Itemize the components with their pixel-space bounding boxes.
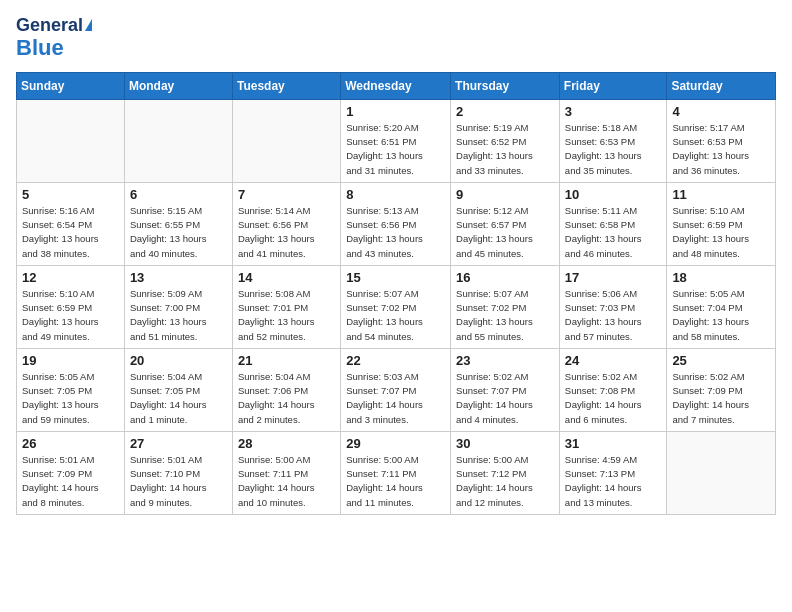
day-number: 30	[456, 436, 554, 451]
day-info: Sunrise: 5:11 AM Sunset: 6:58 PM Dayligh…	[565, 204, 662, 261]
day-number: 2	[456, 104, 554, 119]
column-header-monday: Monday	[124, 72, 232, 99]
calendar-week-row: 5Sunrise: 5:16 AM Sunset: 6:54 PM Daylig…	[17, 182, 776, 265]
day-number: 13	[130, 270, 227, 285]
calendar-day-12: 12Sunrise: 5:10 AM Sunset: 6:59 PM Dayli…	[17, 265, 125, 348]
day-info: Sunrise: 5:04 AM Sunset: 7:05 PM Dayligh…	[130, 370, 227, 427]
calendar-day-5: 5Sunrise: 5:16 AM Sunset: 6:54 PM Daylig…	[17, 182, 125, 265]
day-info: Sunrise: 4:59 AM Sunset: 7:13 PM Dayligh…	[565, 453, 662, 510]
day-number: 22	[346, 353, 445, 368]
calendar-day-28: 28Sunrise: 5:00 AM Sunset: 7:11 PM Dayli…	[232, 431, 340, 514]
calendar-header-row: SundayMondayTuesdayWednesdayThursdayFrid…	[17, 72, 776, 99]
day-number: 16	[456, 270, 554, 285]
day-info: Sunrise: 5:07 AM Sunset: 7:02 PM Dayligh…	[346, 287, 445, 344]
day-number: 26	[22, 436, 119, 451]
day-info: Sunrise: 5:10 AM Sunset: 6:59 PM Dayligh…	[22, 287, 119, 344]
calendar-day-empty	[232, 99, 340, 182]
calendar-day-empty	[667, 431, 776, 514]
column-header-friday: Friday	[559, 72, 667, 99]
day-number: 17	[565, 270, 662, 285]
day-info: Sunrise: 5:00 AM Sunset: 7:11 PM Dayligh…	[346, 453, 445, 510]
day-info: Sunrise: 5:02 AM Sunset: 7:08 PM Dayligh…	[565, 370, 662, 427]
column-header-saturday: Saturday	[667, 72, 776, 99]
calendar-day-1: 1Sunrise: 5:20 AM Sunset: 6:51 PM Daylig…	[341, 99, 451, 182]
day-number: 18	[672, 270, 770, 285]
calendar-day-2: 2Sunrise: 5:19 AM Sunset: 6:52 PM Daylig…	[451, 99, 560, 182]
logo-general: General	[16, 16, 92, 36]
calendar-day-31: 31Sunrise: 4:59 AM Sunset: 7:13 PM Dayli…	[559, 431, 667, 514]
calendar-week-row: 26Sunrise: 5:01 AM Sunset: 7:09 PM Dayli…	[17, 431, 776, 514]
day-info: Sunrise: 5:00 AM Sunset: 7:12 PM Dayligh…	[456, 453, 554, 510]
calendar-table: SundayMondayTuesdayWednesdayThursdayFrid…	[16, 72, 776, 515]
calendar-day-23: 23Sunrise: 5:02 AM Sunset: 7:07 PM Dayli…	[451, 348, 560, 431]
calendar-day-17: 17Sunrise: 5:06 AM Sunset: 7:03 PM Dayli…	[559, 265, 667, 348]
day-number: 9	[456, 187, 554, 202]
day-number: 11	[672, 187, 770, 202]
column-header-sunday: Sunday	[17, 72, 125, 99]
day-info: Sunrise: 5:20 AM Sunset: 6:51 PM Dayligh…	[346, 121, 445, 178]
day-info: Sunrise: 5:03 AM Sunset: 7:07 PM Dayligh…	[346, 370, 445, 427]
calendar-day-4: 4Sunrise: 5:17 AM Sunset: 6:53 PM Daylig…	[667, 99, 776, 182]
day-info: Sunrise: 5:17 AM Sunset: 6:53 PM Dayligh…	[672, 121, 770, 178]
day-number: 7	[238, 187, 335, 202]
calendar-day-24: 24Sunrise: 5:02 AM Sunset: 7:08 PM Dayli…	[559, 348, 667, 431]
calendar-day-26: 26Sunrise: 5:01 AM Sunset: 7:09 PM Dayli…	[17, 431, 125, 514]
day-number: 5	[22, 187, 119, 202]
column-header-tuesday: Tuesday	[232, 72, 340, 99]
day-info: Sunrise: 5:02 AM Sunset: 7:09 PM Dayligh…	[672, 370, 770, 427]
calendar-day-15: 15Sunrise: 5:07 AM Sunset: 7:02 PM Dayli…	[341, 265, 451, 348]
calendar-day-18: 18Sunrise: 5:05 AM Sunset: 7:04 PM Dayli…	[667, 265, 776, 348]
day-number: 14	[238, 270, 335, 285]
column-header-wednesday: Wednesday	[341, 72, 451, 99]
calendar-day-3: 3Sunrise: 5:18 AM Sunset: 6:53 PM Daylig…	[559, 99, 667, 182]
day-number: 19	[22, 353, 119, 368]
calendar-day-10: 10Sunrise: 5:11 AM Sunset: 6:58 PM Dayli…	[559, 182, 667, 265]
day-info: Sunrise: 5:02 AM Sunset: 7:07 PM Dayligh…	[456, 370, 554, 427]
day-number: 6	[130, 187, 227, 202]
day-info: Sunrise: 5:15 AM Sunset: 6:55 PM Dayligh…	[130, 204, 227, 261]
day-number: 25	[672, 353, 770, 368]
day-info: Sunrise: 5:05 AM Sunset: 7:04 PM Dayligh…	[672, 287, 770, 344]
day-info: Sunrise: 5:13 AM Sunset: 6:56 PM Dayligh…	[346, 204, 445, 261]
calendar-day-11: 11Sunrise: 5:10 AM Sunset: 6:59 PM Dayli…	[667, 182, 776, 265]
day-info: Sunrise: 5:01 AM Sunset: 7:09 PM Dayligh…	[22, 453, 119, 510]
day-info: Sunrise: 5:01 AM Sunset: 7:10 PM Dayligh…	[130, 453, 227, 510]
day-info: Sunrise: 5:12 AM Sunset: 6:57 PM Dayligh…	[456, 204, 554, 261]
calendar-day-14: 14Sunrise: 5:08 AM Sunset: 7:01 PM Dayli…	[232, 265, 340, 348]
calendar-day-7: 7Sunrise: 5:14 AM Sunset: 6:56 PM Daylig…	[232, 182, 340, 265]
calendar-day-16: 16Sunrise: 5:07 AM Sunset: 7:02 PM Dayli…	[451, 265, 560, 348]
day-info: Sunrise: 5:04 AM Sunset: 7:06 PM Dayligh…	[238, 370, 335, 427]
calendar-day-22: 22Sunrise: 5:03 AM Sunset: 7:07 PM Dayli…	[341, 348, 451, 431]
calendar-week-row: 19Sunrise: 5:05 AM Sunset: 7:05 PM Dayli…	[17, 348, 776, 431]
calendar-day-25: 25Sunrise: 5:02 AM Sunset: 7:09 PM Dayli…	[667, 348, 776, 431]
calendar-day-empty	[124, 99, 232, 182]
calendar-day-empty	[17, 99, 125, 182]
page-header: General Blue	[16, 16, 776, 60]
calendar-day-21: 21Sunrise: 5:04 AM Sunset: 7:06 PM Dayli…	[232, 348, 340, 431]
day-info: Sunrise: 5:00 AM Sunset: 7:11 PM Dayligh…	[238, 453, 335, 510]
day-number: 4	[672, 104, 770, 119]
day-number: 20	[130, 353, 227, 368]
day-number: 8	[346, 187, 445, 202]
calendar-week-row: 1Sunrise: 5:20 AM Sunset: 6:51 PM Daylig…	[17, 99, 776, 182]
day-info: Sunrise: 5:10 AM Sunset: 6:59 PM Dayligh…	[672, 204, 770, 261]
calendar-day-9: 9Sunrise: 5:12 AM Sunset: 6:57 PM Daylig…	[451, 182, 560, 265]
day-info: Sunrise: 5:09 AM Sunset: 7:00 PM Dayligh…	[130, 287, 227, 344]
day-number: 31	[565, 436, 662, 451]
calendar-day-27: 27Sunrise: 5:01 AM Sunset: 7:10 PM Dayli…	[124, 431, 232, 514]
logo-blue: Blue	[16, 36, 92, 60]
calendar-week-row: 12Sunrise: 5:10 AM Sunset: 6:59 PM Dayli…	[17, 265, 776, 348]
calendar-day-20: 20Sunrise: 5:04 AM Sunset: 7:05 PM Dayli…	[124, 348, 232, 431]
calendar-day-6: 6Sunrise: 5:15 AM Sunset: 6:55 PM Daylig…	[124, 182, 232, 265]
calendar-day-30: 30Sunrise: 5:00 AM Sunset: 7:12 PM Dayli…	[451, 431, 560, 514]
day-number: 1	[346, 104, 445, 119]
day-info: Sunrise: 5:08 AM Sunset: 7:01 PM Dayligh…	[238, 287, 335, 344]
column-header-thursday: Thursday	[451, 72, 560, 99]
day-info: Sunrise: 5:07 AM Sunset: 7:02 PM Dayligh…	[456, 287, 554, 344]
day-number: 28	[238, 436, 335, 451]
day-number: 24	[565, 353, 662, 368]
day-info: Sunrise: 5:06 AM Sunset: 7:03 PM Dayligh…	[565, 287, 662, 344]
day-info: Sunrise: 5:16 AM Sunset: 6:54 PM Dayligh…	[22, 204, 119, 261]
calendar-day-29: 29Sunrise: 5:00 AM Sunset: 7:11 PM Dayli…	[341, 431, 451, 514]
day-number: 29	[346, 436, 445, 451]
